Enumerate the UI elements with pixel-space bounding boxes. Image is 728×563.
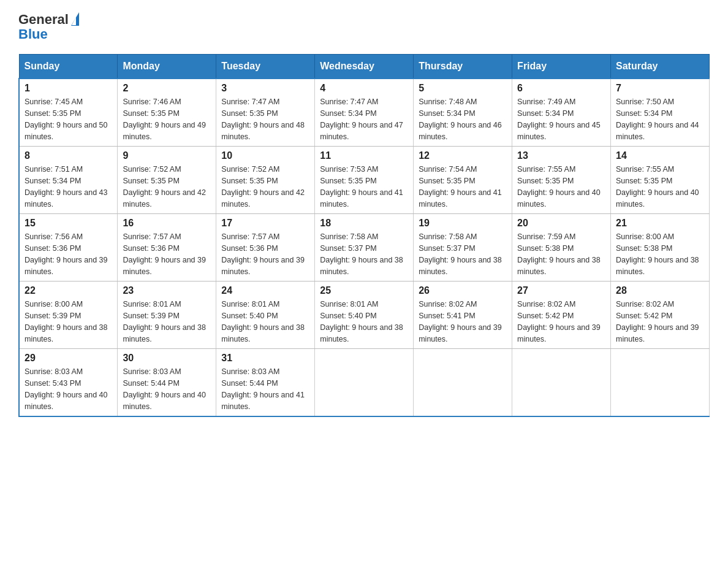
day-number: 24 — [221, 285, 309, 296]
day-number: 30 — [123, 353, 211, 364]
calendar-cell: 19 Sunrise: 7:58 AMSunset: 5:37 PMDaylig… — [414, 214, 512, 282]
day-info: Sunrise: 7:54 AMSunset: 5:35 PMDaylight:… — [419, 165, 502, 208]
weekday-header-monday: Monday — [118, 55, 216, 79]
day-number: 9 — [123, 150, 211, 161]
day-info: Sunrise: 8:02 AMSunset: 5:42 PMDaylight:… — [517, 300, 601, 343]
calendar-cell: 25 Sunrise: 8:01 AMSunset: 5:40 PMDaylig… — [315, 282, 414, 349]
calendar-cell: 31 Sunrise: 8:03 AMSunset: 5:44 PMDaylig… — [216, 349, 315, 417]
day-info: Sunrise: 7:49 AMSunset: 5:34 PMDaylight:… — [517, 98, 601, 140]
day-number: 23 — [123, 285, 211, 296]
day-info: Sunrise: 8:02 AMSunset: 5:42 PMDaylight:… — [616, 300, 699, 343]
day-number: 22 — [25, 285, 112, 296]
day-number: 20 — [517, 218, 605, 229]
day-info: Sunrise: 8:00 AMSunset: 5:39 PMDaylight:… — [25, 300, 108, 343]
day-info: Sunrise: 7:58 AMSunset: 5:37 PMDaylight:… — [320, 232, 403, 275]
calendar-cell: 26 Sunrise: 8:02 AMSunset: 5:41 PMDaylig… — [414, 282, 512, 349]
calendar-cell: 8 Sunrise: 7:51 AMSunset: 5:34 PMDayligh… — [19, 147, 118, 214]
calendar-cell: 29 Sunrise: 8:03 AMSunset: 5:43 PMDaylig… — [19, 349, 118, 417]
weekday-header-thursday: Thursday — [414, 55, 512, 79]
day-number: 13 — [517, 150, 605, 161]
day-info: Sunrise: 7:52 AMSunset: 5:35 PMDaylight:… — [123, 165, 206, 208]
calendar-cell: 27 Sunrise: 8:02 AMSunset: 5:42 PMDaylig… — [512, 282, 611, 349]
day-number: 1 — [25, 83, 112, 94]
calendar-cell: 23 Sunrise: 8:01 AMSunset: 5:39 PMDaylig… — [118, 282, 216, 349]
logo: General Blue — [18, 12, 79, 42]
calendar-cell: 15 Sunrise: 7:56 AMSunset: 5:36 PMDaylig… — [19, 214, 118, 282]
day-info: Sunrise: 7:50 AMSunset: 5:34 PMDaylight:… — [616, 98, 699, 140]
day-info: Sunrise: 8:03 AMSunset: 5:44 PMDaylight:… — [123, 367, 206, 410]
day-info: Sunrise: 8:00 AMSunset: 5:38 PMDaylight:… — [616, 232, 699, 275]
calendar-cell: 12 Sunrise: 7:54 AMSunset: 5:35 PMDaylig… — [414, 147, 512, 214]
calendar-cell: 7 Sunrise: 7:50 AMSunset: 5:34 PMDayligh… — [611, 79, 710, 147]
day-info: Sunrise: 7:57 AMSunset: 5:36 PMDaylight:… — [221, 232, 305, 275]
calendar-cell — [414, 349, 512, 417]
day-info: Sunrise: 7:56 AMSunset: 5:36 PMDaylight:… — [25, 232, 108, 275]
logo-general: General — [18, 12, 69, 27]
day-info: Sunrise: 7:52 AMSunset: 5:35 PMDaylight:… — [221, 165, 305, 208]
calendar-week-row: 22 Sunrise: 8:00 AMSunset: 5:39 PMDaylig… — [19, 282, 710, 349]
calendar-cell: 14 Sunrise: 7:55 AMSunset: 5:35 PMDaylig… — [611, 147, 710, 214]
day-info: Sunrise: 8:01 AMSunset: 5:40 PMDaylight:… — [221, 300, 305, 343]
day-number: 18 — [320, 218, 408, 229]
calendar-table: SundayMondayTuesdayWednesdayThursdayFrid… — [18, 54, 710, 417]
day-number: 10 — [221, 150, 309, 161]
day-info: Sunrise: 7:57 AMSunset: 5:36 PMDaylight:… — [123, 232, 206, 275]
day-info: Sunrise: 8:03 AMSunset: 5:43 PMDaylight:… — [25, 367, 108, 410]
day-number: 12 — [419, 150, 507, 161]
calendar-cell: 13 Sunrise: 7:55 AMSunset: 5:35 PMDaylig… — [512, 147, 611, 214]
calendar-cell: 11 Sunrise: 7:53 AMSunset: 5:35 PMDaylig… — [315, 147, 414, 214]
calendar-cell: 21 Sunrise: 8:00 AMSunset: 5:38 PMDaylig… — [611, 214, 710, 282]
weekday-header-saturday: Saturday — [611, 55, 710, 79]
day-info: Sunrise: 7:45 AMSunset: 5:35 PMDaylight:… — [25, 98, 108, 140]
calendar-week-row: 1 Sunrise: 7:45 AMSunset: 5:35 PMDayligh… — [19, 79, 710, 147]
day-info: Sunrise: 8:01 AMSunset: 5:40 PMDaylight:… — [320, 300, 403, 343]
day-info: Sunrise: 7:59 AMSunset: 5:38 PMDaylight:… — [517, 232, 601, 275]
calendar-cell — [512, 349, 611, 417]
calendar-cell: 3 Sunrise: 7:47 AMSunset: 5:35 PMDayligh… — [216, 79, 315, 147]
calendar-cell — [611, 349, 710, 417]
day-number: 14 — [616, 150, 704, 161]
weekday-header-friday: Friday — [512, 55, 611, 79]
day-info: Sunrise: 7:51 AMSunset: 5:34 PMDaylight:… — [25, 165, 108, 208]
calendar-cell: 10 Sunrise: 7:52 AMSunset: 5:35 PMDaylig… — [216, 147, 315, 214]
calendar-cell — [315, 349, 414, 417]
weekday-header-sunday: Sunday — [19, 55, 118, 79]
calendar-cell: 20 Sunrise: 7:59 AMSunset: 5:38 PMDaylig… — [512, 214, 611, 282]
day-info: Sunrise: 7:58 AMSunset: 5:37 PMDaylight:… — [419, 232, 502, 275]
calendar-cell: 17 Sunrise: 7:57 AMSunset: 5:36 PMDaylig… — [216, 214, 315, 282]
day-info: Sunrise: 8:01 AMSunset: 5:39 PMDaylight:… — [123, 300, 206, 343]
header: General Blue — [18, 12, 710, 42]
calendar-cell: 5 Sunrise: 7:48 AMSunset: 5:34 PMDayligh… — [414, 79, 512, 147]
day-number: 31 — [221, 353, 309, 364]
day-number: 17 — [221, 218, 309, 229]
day-number: 26 — [419, 285, 507, 296]
day-number: 19 — [419, 218, 507, 229]
calendar-cell: 6 Sunrise: 7:49 AMSunset: 5:34 PMDayligh… — [512, 79, 611, 147]
day-info: Sunrise: 7:48 AMSunset: 5:34 PMDaylight:… — [419, 98, 502, 140]
calendar-cell: 1 Sunrise: 7:45 AMSunset: 5:35 PMDayligh… — [19, 79, 118, 147]
day-number: 21 — [616, 218, 704, 229]
day-number: 29 — [25, 353, 112, 364]
day-number: 15 — [25, 218, 112, 229]
calendar-week-row: 15 Sunrise: 7:56 AMSunset: 5:36 PMDaylig… — [19, 214, 710, 282]
day-info: Sunrise: 7:53 AMSunset: 5:35 PMDaylight:… — [320, 165, 403, 208]
day-number: 27 — [517, 285, 605, 296]
calendar-cell: 22 Sunrise: 8:00 AMSunset: 5:39 PMDaylig… — [19, 282, 118, 349]
calendar-week-row: 29 Sunrise: 8:03 AMSunset: 5:43 PMDaylig… — [19, 349, 710, 417]
calendar-body: 1 Sunrise: 7:45 AMSunset: 5:35 PMDayligh… — [19, 79, 710, 416]
day-number: 25 — [320, 285, 408, 296]
day-number: 3 — [221, 83, 309, 94]
day-number: 28 — [616, 285, 704, 296]
day-number: 16 — [123, 218, 211, 229]
day-info: Sunrise: 7:55 AMSunset: 5:35 PMDaylight:… — [616, 165, 699, 208]
calendar-cell: 2 Sunrise: 7:46 AMSunset: 5:35 PMDayligh… — [118, 79, 216, 147]
calendar-cell: 30 Sunrise: 8:03 AMSunset: 5:44 PMDaylig… — [118, 349, 216, 417]
day-info: Sunrise: 8:02 AMSunset: 5:41 PMDaylight:… — [419, 300, 502, 343]
day-info: Sunrise: 8:03 AMSunset: 5:44 PMDaylight:… — [221, 367, 305, 410]
day-info: Sunrise: 7:47 AMSunset: 5:35 PMDaylight:… — [221, 98, 305, 140]
calendar-cell: 16 Sunrise: 7:57 AMSunset: 5:36 PMDaylig… — [118, 214, 216, 282]
calendar-week-row: 8 Sunrise: 7:51 AMSunset: 5:34 PMDayligh… — [19, 147, 710, 214]
day-info: Sunrise: 7:47 AMSunset: 5:34 PMDaylight:… — [320, 98, 403, 140]
day-number: 6 — [517, 83, 605, 94]
day-number: 5 — [419, 83, 507, 94]
